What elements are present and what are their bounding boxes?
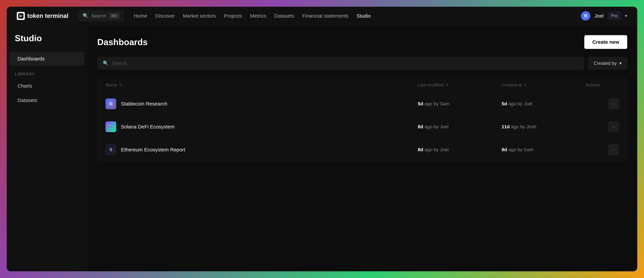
- svg-rect-2: [19, 15, 22, 16]
- dashboards-table: Name ⇅ Last modified ⇅ Created at ⇅ Acti…: [97, 78, 627, 161]
- row-created-ethereum: 8d ago by Sam: [502, 147, 586, 152]
- create-new-button[interactable]: Create new: [584, 35, 627, 49]
- app-window: token terminal 🔍 Search ⌘K Home Discover…: [7, 7, 637, 271]
- top-navigation: token terminal 🔍 Search ⌘K Home Discover…: [7, 7, 637, 25]
- col-actions-label: Actions: [586, 82, 600, 88]
- row-actions-solana[interactable]: ···: [608, 122, 619, 132]
- svg-rect-6: [108, 125, 113, 126]
- table-search-icon: 🔍: [103, 60, 109, 66]
- sidebar-item-dashboards-label: Dashboards: [18, 56, 44, 62]
- nav-discover[interactable]: Discover: [155, 13, 175, 19]
- col-name: Name ⇅: [106, 82, 418, 88]
- page-title: Studio: [7, 33, 87, 51]
- nav-projects[interactable]: Projects: [224, 13, 242, 19]
- row-last-modified-ethereum: 8d ago by Joel: [418, 147, 502, 152]
- nav-right: B Joel Pro ▾: [581, 11, 627, 21]
- col-actions: Actions: [586, 82, 619, 88]
- col-last-modified-label: Last modified: [418, 82, 444, 88]
- created-by-filter[interactable]: Created by ▾: [588, 57, 627, 69]
- nav-links: Home Discover Market sectors Projects Me…: [134, 13, 571, 19]
- logo: token terminal: [17, 12, 68, 20]
- table-row[interactable]: S Stablecoin Research 5d ago by Sam 5d a…: [98, 92, 627, 115]
- sidebar-item-datasets-label: Datasets: [18, 98, 37, 103]
- row-label-ethereum: Ethereum Ecosystem Report: [121, 147, 185, 152]
- row-label-solana: Solana DeFi Ecosystem: [121, 124, 174, 130]
- row-icon-ethereum: [106, 144, 116, 155]
- search-kbd: ⌘K: [109, 13, 120, 19]
- row-name-solana: Solana DeFi Ecosystem: [106, 122, 418, 132]
- content-header: Dashboards Create new: [97, 35, 627, 49]
- main-layout: Studio Dashboards Library Charts Dataset…: [7, 25, 637, 271]
- row-created-stablecoin: 5d ago by Joel: [502, 101, 586, 107]
- nav-financial-statements[interactable]: Financial statements: [302, 13, 348, 19]
- nav-studio[interactable]: Studio: [356, 13, 371, 19]
- row-icon-solana: [106, 122, 116, 132]
- filter-row: 🔍 Search Created by ▾: [97, 57, 627, 69]
- table-search-placeholder: Search: [112, 61, 127, 66]
- nav-metrics[interactable]: Metrics: [250, 13, 266, 19]
- table-row[interactable]: Ethereum Ecosystem Report 8d ago by Joel…: [98, 138, 627, 161]
- sidebar-item-datasets[interactable]: Datasets: [10, 93, 84, 107]
- table-header: Name ⇅ Last modified ⇅ Created at ⇅ Acti…: [98, 78, 627, 92]
- svg-text:S: S: [110, 102, 112, 106]
- dashboards-title: Dashboards: [97, 37, 148, 47]
- col-name-label: Name: [106, 82, 117, 88]
- row-last-modified-solana: 8d ago by Joel: [418, 124, 502, 130]
- row-last-modified-stablecoin: 5d ago by Sam: [418, 101, 502, 107]
- table-row[interactable]: Solana DeFi Ecosystem 8d ago by Joel 11d…: [98, 115, 627, 138]
- sidebar-item-charts-label: Charts: [18, 83, 32, 89]
- svg-rect-3: [19, 16, 22, 17]
- row-created-solana: 11d ago by Josh: [502, 124, 586, 130]
- svg-rect-8: [108, 128, 113, 129]
- sidebar-library-label: Library: [7, 66, 87, 78]
- col-created-at: Created at ⇅: [502, 82, 586, 88]
- created-by-chevron-icon: ▾: [619, 60, 622, 66]
- avatar: B: [581, 11, 590, 21]
- search-label: Search: [91, 13, 106, 18]
- row-label-stablecoin: Stablecoin Research: [121, 101, 167, 107]
- sidebar-item-charts[interactable]: Charts: [10, 79, 84, 93]
- col-created-at-label: Created at: [502, 82, 522, 88]
- svg-rect-7: [108, 127, 113, 127]
- created-by-label: Created by: [594, 61, 617, 66]
- global-search[interactable]: 🔍 Search ⌘K: [78, 10, 124, 21]
- chevron-down-icon[interactable]: ▾: [625, 13, 627, 18]
- sidebar: Studio Dashboards Library Charts Dataset…: [7, 25, 87, 271]
- table-search[interactable]: 🔍 Search: [97, 57, 584, 69]
- row-actions-stablecoin[interactable]: ···: [608, 99, 619, 109]
- pro-badge: Pro: [608, 12, 621, 20]
- col-created-at-sort-icon[interactable]: ⇅: [524, 83, 527, 87]
- row-icon-stablecoin: S: [106, 99, 116, 109]
- logo-text: token terminal: [27, 12, 68, 19]
- search-icon: 🔍: [83, 13, 88, 18]
- row-actions-ethereum[interactable]: ···: [608, 144, 619, 155]
- nav-market-sectors[interactable]: Market sectors: [183, 13, 216, 19]
- col-last-modified-sort-icon[interactable]: ⇅: [446, 83, 449, 87]
- col-last-modified: Last modified ⇅: [418, 82, 502, 88]
- col-name-sort-icon[interactable]: ⇅: [119, 83, 122, 87]
- main-content: Dashboards Create new 🔍 Search Created b…: [87, 25, 637, 271]
- row-name-stablecoin: S Stablecoin Research: [106, 99, 418, 109]
- svg-rect-1: [19, 14, 20, 15]
- user-name: Joel: [594, 13, 604, 19]
- svg-marker-12: [109, 147, 111, 150]
- nav-home[interactable]: Home: [134, 13, 147, 19]
- sidebar-item-dashboards[interactable]: Dashboards: [10, 52, 84, 66]
- logo-icon: [17, 12, 25, 20]
- row-name-ethereum: Ethereum Ecosystem Report: [106, 144, 418, 155]
- nav-datasets[interactable]: Datasets: [274, 13, 294, 19]
